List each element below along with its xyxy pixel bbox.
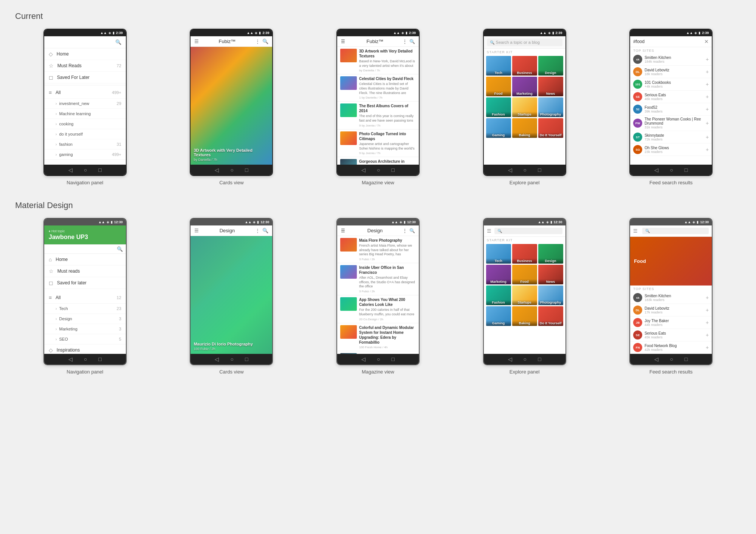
search-icon[interactable]: 🔍 (262, 228, 268, 233)
search-icon[interactable]: 🔍 (409, 228, 415, 233)
site-list-item[interactable]: ST Skinnytaste 72k readers + (630, 131, 712, 144)
recents-button[interactable]: □ (245, 167, 248, 173)
nav-sub-item[interactable]: ≡ All 12 (44, 292, 126, 304)
home-button[interactable]: ○ (670, 167, 673, 173)
nav-sub-item[interactable]: ≡ All 499+ (44, 87, 126, 99)
site-list-item[interactable]: 52 Food52 39k readers + (630, 103, 712, 116)
add-icon[interactable]: + (706, 319, 709, 326)
nav-item[interactable]: ◻ Saved For Later (44, 72, 126, 83)
explore-category-cell[interactable]: Startups (512, 286, 537, 305)
nav-item[interactable]: ◇ Home (44, 48, 126, 60)
site-list-item[interactable]: SE Serious Eats 45k readers + (630, 329, 712, 341)
more-icon[interactable]: ⋮ (403, 228, 407, 233)
explore-category-cell[interactable]: Photography (538, 286, 563, 305)
nav-sub-item[interactable]: › cooking (44, 119, 126, 129)
magazine-article[interactable]: The Best Albums Covers of 2014 The end o… (337, 102, 419, 129)
site-list-item[interactable]: SG Oh She Glows 23k readers + (630, 144, 712, 156)
menu-icon[interactable]: ☰ (341, 228, 345, 233)
menu-icon[interactable]: ☰ (194, 228, 199, 233)
nav-item[interactable]: ☆ Must Reads 72 (44, 60, 126, 72)
more-icon[interactable]: ⋮ (255, 228, 260, 233)
explore-category-cell[interactable]: Startups (512, 97, 537, 117)
magazine-article[interactable]: Inside Uber Office in San Francisco Afte… (337, 263, 419, 295)
close-icon[interactable]: ✕ (704, 39, 709, 45)
recents-button[interactable]: □ (245, 356, 248, 362)
menu-icon[interactable]: ☰ (194, 39, 199, 44)
explore-category-cell[interactable]: News (538, 265, 563, 284)
site-list-item[interactable]: SE Serious Eats 46k readers + (630, 91, 712, 103)
explore-category-cell[interactable]: Photography (538, 97, 563, 117)
explore-category-cell[interactable]: Marketing (512, 77, 537, 96)
more-icon[interactable]: ⋮ (403, 39, 407, 44)
explore-category-cell[interactable]: Marketing (486, 265, 511, 284)
site-list-item[interactable]: FN Food Network Blog 42k readers + (630, 341, 712, 354)
search-input-box[interactable]: 🔍 Search a topic or a blog (487, 39, 562, 46)
nav-item[interactable]: ⌂ Home (44, 254, 126, 265)
back-button[interactable]: ◁ (654, 356, 658, 362)
home-button[interactable]: ○ (230, 356, 233, 362)
home-button[interactable]: ○ (84, 167, 87, 173)
explore-category-cell[interactable]: Do It Yourself (538, 118, 563, 138)
explore-category-cell[interactable]: Tech (486, 244, 511, 264)
home-button[interactable]: ○ (524, 167, 527, 173)
menu-icon[interactable]: ☰ (487, 228, 491, 234)
recents-button[interactable]: □ (391, 356, 394, 362)
add-icon[interactable]: + (706, 307, 709, 313)
explore-category-cell[interactable]: Gaming (486, 118, 511, 138)
more-icon[interactable]: ⋮ (255, 39, 260, 44)
nav-sub-item[interactable]: › fashion 31 (44, 139, 126, 150)
add-icon[interactable]: + (706, 94, 709, 100)
recents-button[interactable]: □ (538, 356, 541, 362)
nav-sub-item[interactable]: › gaming 499+ (44, 150, 126, 160)
home-button[interactable]: ○ (377, 167, 380, 173)
recents-button[interactable]: □ (685, 356, 688, 362)
nav-sub-item[interactable]: › do it yourself (44, 129, 126, 139)
back-button[interactable]: ◁ (68, 167, 73, 173)
explore-category-cell[interactable]: Food (486, 77, 511, 96)
recents-button[interactable]: □ (538, 167, 541, 173)
explore-category-cell[interactable]: Fashion (486, 286, 511, 305)
magazine-article[interactable]: Maia Flore Photography French artist Mai… (337, 236, 419, 263)
back-button[interactable]: ◁ (508, 356, 512, 362)
add-icon[interactable]: + (706, 344, 709, 350)
nav-item[interactable]: ☆ Must reads (44, 265, 126, 277)
search-icon[interactable]: 🔍 (115, 39, 121, 45)
magazine-article[interactable]: Celestial Cities by David Fleck Celestia… (337, 74, 419, 102)
search-icon[interactable]: 🔍 (117, 246, 123, 252)
add-icon[interactable]: + (706, 147, 709, 153)
site-list-item[interactable]: DL David Lebovitz 17k readers + (630, 304, 712, 316)
home-button[interactable]: ○ (524, 356, 527, 362)
explore-category-cell[interactable]: Design (538, 244, 563, 264)
nav-sub-item[interactable]: ◇ Inspirations (44, 344, 126, 354)
search-input[interactable]: 🔍 (642, 228, 709, 234)
nav-item[interactable]: ◻ Saved for later (44, 277, 126, 289)
add-icon[interactable]: + (706, 56, 709, 62)
add-icon[interactable]: + (706, 69, 709, 75)
site-list-item[interactable]: DL David Lebovitz 18k readers + (630, 66, 712, 78)
explore-category-cell[interactable]: Do It Yourself (538, 306, 563, 326)
recents-button[interactable]: □ (391, 167, 394, 173)
back-button[interactable]: ◁ (654, 167, 658, 173)
recents-button[interactable]: □ (98, 356, 101, 362)
home-button[interactable]: ○ (670, 356, 673, 362)
magazine-article[interactable]: 3D Artwork with Very Detailed Textures B… (337, 47, 419, 74)
explore-category-cell[interactable]: Baking (512, 306, 537, 326)
site-list-item[interactable]: 101 101 Cookbooks +4k readers + (630, 78, 712, 91)
menu-icon[interactable]: ☰ (341, 39, 345, 44)
magazine-article[interactable]: App Shows You What 200 Calories Look Lik… (337, 295, 419, 323)
search-icon[interactable]: 🔍 (262, 39, 268, 44)
magazine-article[interactable]: Photo Collage Turned into Citimaps Japan… (337, 130, 419, 157)
explore-category-cell[interactable]: Food (512, 265, 537, 284)
add-icon[interactable]: + (706, 295, 709, 301)
search-icon[interactable]: 🔍 (409, 39, 415, 44)
back-button[interactable]: ◁ (215, 167, 219, 173)
search-input-box[interactable]: 🔍 (494, 228, 562, 234)
site-list-item[interactable]: sk Smitten Kitchen 184k readers + (630, 53, 712, 66)
recents-button[interactable]: □ (98, 167, 101, 173)
home-button[interactable]: ○ (84, 356, 87, 362)
explore-category-cell[interactable]: Business (512, 56, 537, 76)
explore-category-cell[interactable]: Design (538, 56, 563, 76)
explore-category-cell[interactable]: Business (512, 244, 537, 264)
magazine-article[interactable]: Gorgeous Architecture in Australia Here … (337, 157, 419, 165)
add-icon[interactable]: + (706, 120, 709, 126)
